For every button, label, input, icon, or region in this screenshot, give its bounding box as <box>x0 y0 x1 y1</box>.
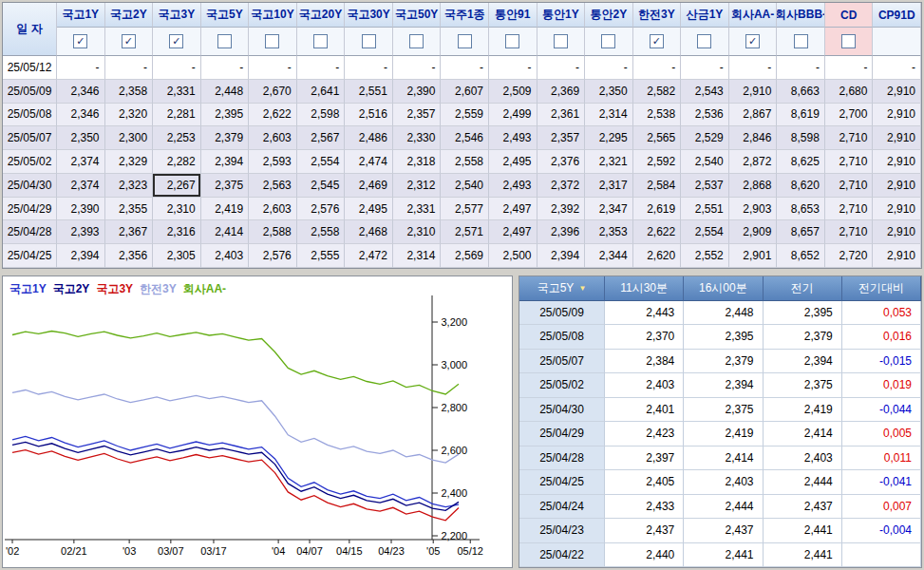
column-checkbox-cell[interactable]: ✓ <box>105 28 154 56</box>
value-cell[interactable]: 2,710 <box>825 150 874 174</box>
value-cell[interactable]: 2,375 <box>201 174 250 198</box>
value-cell[interactable]: 2,469 <box>345 174 393 198</box>
column-checkbox[interactable] <box>794 34 808 48</box>
value-cell[interactable]: - <box>441 56 489 80</box>
column-checkbox-cell[interactable] <box>441 28 489 56</box>
column-checkbox[interactable]: ✓ <box>73 34 87 48</box>
value-cell[interactable]: - <box>105 56 154 80</box>
value-cell[interactable]: 2,497 <box>489 198 537 221</box>
value-cell[interactable]: 2,347 <box>585 198 633 221</box>
value-cell[interactable]: - <box>201 56 250 80</box>
column-header[interactable]: 국주1종 <box>441 3 489 28</box>
value-cell[interactable]: 2,394 <box>537 244 586 268</box>
value-cell[interactable]: 2,622 <box>249 104 297 127</box>
value-cell[interactable]: 2,546 <box>441 126 489 150</box>
date-cell[interactable]: 25/04/25 <box>3 244 57 268</box>
value-cell[interactable]: 2,394 <box>201 150 250 174</box>
column-checkbox-cell[interactable] <box>873 28 921 56</box>
column-header[interactable]: 통안2Y <box>585 3 633 28</box>
value-cell[interactable]: 2,554 <box>297 150 346 174</box>
value-cell[interactable]: 2,318 <box>393 150 442 174</box>
column-checkbox-cell[interactable] <box>393 28 442 56</box>
value-cell[interactable]: 2,253 <box>153 126 201 150</box>
value-cell[interactable]: 2,867 <box>729 104 778 127</box>
value-cell[interactable]: 2,331 <box>153 80 201 104</box>
value-cell[interactable]: 2,472 <box>345 244 393 268</box>
column-header[interactable]: 국고10Y <box>249 3 297 28</box>
value-cell[interactable]: 2,868 <box>729 174 778 198</box>
value-cell[interactable]: 2,576 <box>249 244 297 268</box>
value-cell[interactable]: 2,361 <box>537 104 586 127</box>
value-cell[interactable]: 2,536 <box>681 104 729 127</box>
value-cell[interactable]: 2,390 <box>57 198 105 221</box>
value-cell[interactable]: 2,619 <box>633 198 682 221</box>
value-cell[interactable]: 2,331 <box>393 198 442 221</box>
date-cell[interactable]: 25/04/30 <box>3 174 57 198</box>
value-cell[interactable]: 2,323 <box>105 174 154 198</box>
column-checkbox-cell[interactable] <box>585 28 633 56</box>
value-cell[interactable]: 2,495 <box>489 150 537 174</box>
value-cell[interactable]: 2,622 <box>633 220 682 244</box>
detail-date-cell[interactable]: 25/05/02 <box>519 373 605 398</box>
value-cell[interactable]: - <box>681 56 729 80</box>
column-checkbox[interactable] <box>505 34 519 48</box>
value-cell[interactable]: 2,509 <box>489 80 537 104</box>
column-header[interactable]: 회사BBB- <box>777 3 825 28</box>
value-cell[interactable]: 2,910 <box>873 244 921 268</box>
value-cell[interactable]: - <box>153 56 201 80</box>
value-cell[interactable]: 2,910 <box>873 80 921 104</box>
value-cell[interactable]: 8,653 <box>777 198 825 221</box>
column-header[interactable]: 한전3Y <box>633 3 682 28</box>
value-cell[interactable]: 2,300 <box>105 126 154 150</box>
date-cell[interactable]: 25/05/07 <box>3 126 57 150</box>
column-checkbox-cell[interactable] <box>249 28 297 56</box>
value-cell[interactable]: 2,295 <box>585 126 633 150</box>
detail-date-cell[interactable]: 25/04/24 <box>519 495 605 520</box>
value-cell[interactable]: - <box>777 56 825 80</box>
value-cell[interactable]: 2,710 <box>825 220 874 244</box>
column-checkbox-cell[interactable]: ✓ <box>153 28 201 56</box>
date-cell[interactable]: 25/04/28 <box>3 220 57 244</box>
value-cell[interactable]: 2,396 <box>537 220 586 244</box>
value-cell[interactable]: 2,710 <box>825 126 874 150</box>
value-cell[interactable]: 2,620 <box>633 244 682 268</box>
value-cell[interactable]: 2,312 <box>393 174 442 198</box>
value-cell[interactable]: 2,555 <box>297 244 346 268</box>
column-header[interactable]: 국고2Y <box>105 3 154 28</box>
value-cell[interactable]: 2,552 <box>681 244 729 268</box>
value-cell[interactable]: 8,657 <box>777 220 825 244</box>
value-cell[interactable]: - <box>633 56 682 80</box>
value-cell[interactable]: 2,910 <box>873 174 921 198</box>
value-cell[interactable]: 2,350 <box>585 80 633 104</box>
value-cell[interactable]: 2,305 <box>153 244 201 268</box>
value-cell[interactable]: 2,372 <box>537 174 586 198</box>
detail-date-cell[interactable]: 25/04/25 <box>519 470 605 495</box>
column-checkbox-cell[interactable]: ✓ <box>633 28 682 56</box>
value-cell[interactable]: 2,910 <box>873 150 921 174</box>
value-cell[interactable]: 2,493 <box>489 174 537 198</box>
column-checkbox[interactable]: ✓ <box>650 34 664 48</box>
value-cell[interactable]: 2,355 <box>105 198 154 221</box>
value-cell[interactable]: 2,495 <box>345 198 393 221</box>
value-cell[interactable]: 2,395 <box>201 104 250 127</box>
value-cell[interactable]: 2,846 <box>729 126 778 150</box>
column-header[interactable]: 국고30Y <box>345 3 393 28</box>
value-cell[interactable]: 2,346 <box>57 80 105 104</box>
column-checkbox-cell[interactable]: ✓ <box>729 28 778 56</box>
column-checkbox-cell[interactable] <box>537 28 586 56</box>
date-cell[interactable]: 25/04/29 <box>3 198 57 221</box>
column-checkbox-cell[interactable] <box>825 28 874 56</box>
value-cell[interactable]: 2,543 <box>681 80 729 104</box>
value-cell[interactable]: 2,357 <box>537 126 586 150</box>
value-cell[interactable]: 2,314 <box>585 104 633 127</box>
column-checkbox[interactable] <box>697 34 711 48</box>
value-cell[interactable]: 2,403 <box>201 244 250 268</box>
value-cell[interactable]: - <box>57 56 105 80</box>
column-checkbox-cell[interactable] <box>345 28 393 56</box>
value-cell[interactable]: - <box>489 56 537 80</box>
column-checkbox[interactable] <box>409 34 424 48</box>
column-header[interactable]: 통안1Y <box>537 3 586 28</box>
value-cell[interactable]: 8,663 <box>777 80 825 104</box>
value-cell[interactable]: 2,588 <box>249 220 297 244</box>
value-cell[interactable]: 2,680 <box>825 80 874 104</box>
